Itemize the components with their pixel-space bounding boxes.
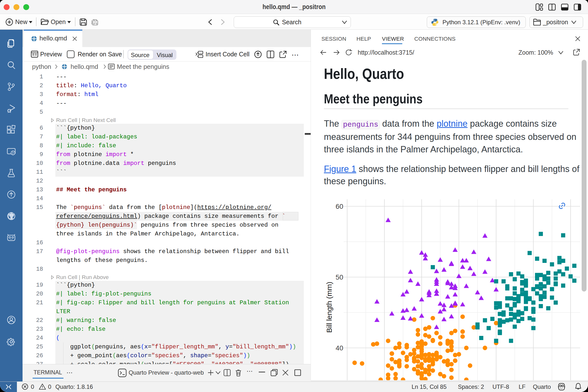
svg-text:60: 60	[336, 202, 343, 210]
svg-text:50: 50	[336, 274, 343, 281]
svg-text:40: 40	[336, 344, 343, 352]
svg-text:Bill length (mm): Bill length (mm)	[325, 282, 333, 333]
